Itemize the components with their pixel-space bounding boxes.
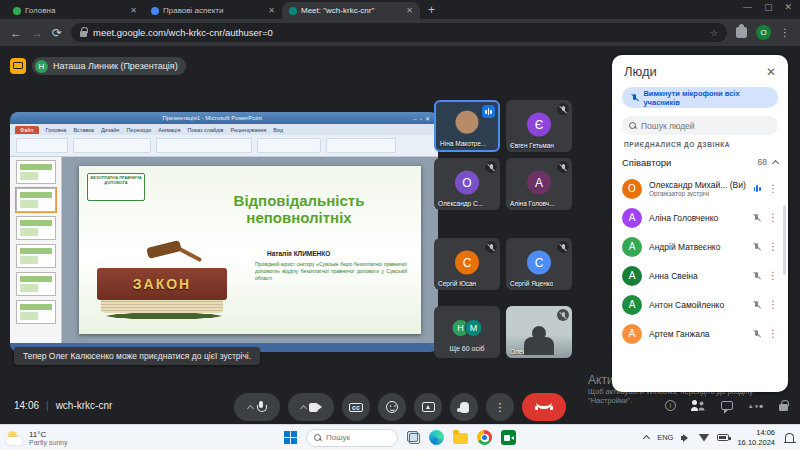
new-tab-button[interactable]: + [428, 3, 435, 17]
chevron-up-icon[interactable] [247, 404, 254, 411]
ppt-tab: Показ слайдів [187, 127, 223, 133]
slide-thumbnail [16, 216, 56, 240]
participant-row: А Антон Самойленко ⋮ [612, 290, 788, 319]
chevron-up-icon[interactable] [299, 404, 306, 411]
address-bar[interactable]: meet.google.com/wch-krkc-cnr/authuser=0 … [71, 23, 727, 42]
notifications-icon[interactable] [785, 433, 794, 442]
presenter-avatar: Н [35, 60, 48, 73]
participant-menu-icon[interactable]: ⋮ [768, 212, 778, 223]
close-icon[interactable]: ✕ [766, 65, 776, 79]
volume-icon[interactable] [681, 434, 690, 442]
browser-tab-legal[interactable]: Правові аспекти ✕ [144, 2, 282, 19]
more-participants-tile[interactable]: Н М Ще 60 осіб [434, 306, 500, 358]
close-button[interactable]: ✕ [784, 2, 792, 12]
minimize-button[interactable]: — [743, 2, 752, 12]
browser-tab-meet[interactable]: Meet: "wch-krkc-cnr" ✕ [282, 2, 420, 19]
forward-icon[interactable]: → [31, 27, 43, 39]
edge-browser-icon[interactable] [429, 430, 444, 445]
mute-all-button[interactable]: Вимкнути мікрофони всіх учасників [622, 87, 778, 108]
taskbar-search[interactable] [306, 429, 398, 447]
participant-menu-icon[interactable]: ⋮ [768, 328, 778, 339]
raise-hand-button[interactable] [450, 393, 478, 421]
chat-button[interactable] [721, 401, 733, 410]
video-tile-serhii-yusan[interactable]: С Сергій Юсан [434, 238, 500, 290]
battery-icon[interactable] [717, 434, 729, 441]
presentation-warning-icon [10, 58, 26, 74]
maximize-button[interactable]: ▢ [764, 2, 773, 12]
meet-app-icon[interactable] [501, 430, 516, 445]
video-tile-oleksandr-s[interactable]: О Олександр С... [434, 158, 500, 210]
ppt-ribbon [10, 135, 438, 157]
ppt-ribbon-group [326, 138, 396, 153]
video-tile-oleksandr-m[interactable]: Олександр М... [506, 306, 572, 358]
presenter-label: Наташа Линник (Презентація) [53, 61, 178, 71]
slide-author: Наталія КЛИМЕНКО [267, 250, 330, 257]
ppt-tab: Переходи [126, 127, 151, 133]
search-icon [314, 434, 321, 441]
back-icon[interactable]: ← [10, 27, 22, 39]
extensions-icon[interactable] [736, 27, 747, 38]
people-search[interactable] [622, 116, 778, 135]
search-input[interactable] [641, 121, 761, 131]
mic-off-icon [752, 329, 761, 338]
ppt-tab: Анімація [158, 127, 180, 133]
reactions-button[interactable] [378, 393, 406, 421]
profile-avatar[interactable]: О [756, 25, 771, 40]
host-controls-button[interactable] [779, 404, 788, 411]
reload-icon[interactable]: ⟳ [52, 27, 62, 39]
mic-off-icon [557, 309, 569, 321]
tab-favicon [151, 7, 159, 15]
participant-menu-icon[interactable]: ⋮ [768, 270, 778, 281]
ppt-slide-canvas: БЕЗОПЛАТНА ПРАВНИЧА ДОПОМОГА Відповідаль… [62, 157, 438, 343]
mic-off-icon [557, 103, 569, 115]
video-tile-yevhen[interactable]: Є Євген Гетьман [506, 100, 572, 152]
browser-menu-icon[interactable]: ⋮ [780, 27, 790, 38]
shared-screen-tile[interactable]: Презентація1 - Microsoft PowerPoint –▫✕ … [10, 112, 438, 352]
tab-close-icon[interactable]: ✕ [130, 6, 137, 15]
video-tile-alina[interactable]: А Аліна Головч... [506, 158, 572, 210]
file-explorer-icon[interactable] [453, 433, 468, 444]
panel-scrollbar[interactable] [783, 205, 786, 275]
meeting-details-button[interactable] [665, 400, 676, 411]
slide-thumbnail-selected [16, 188, 56, 212]
mic-off-icon [752, 300, 761, 309]
activities-button[interactable] [748, 403, 764, 409]
captions-button[interactable]: cc [342, 393, 370, 421]
mic-icon [256, 401, 266, 413]
taskbar-clock[interactable]: 14:06 16.10.2024 [737, 428, 775, 447]
presenter-chip[interactable]: Н Наташа Линник (Презентація) [10, 57, 186, 75]
people-button[interactable] [691, 400, 706, 411]
mic-off-icon [485, 241, 497, 253]
browser-tab-home[interactable]: Головна ✕ [6, 2, 144, 19]
slide-thumbnail [16, 244, 56, 268]
more-vert-icon: ⋮ [495, 401, 506, 414]
participant-row: А Артем Ганжала ⋮ [612, 319, 788, 348]
ppt-title-bar: Презентація1 - Microsoft PowerPoint –▫✕ [10, 112, 438, 124]
video-tile-serhii-yatsenko[interactable]: С Сергій Яценко [506, 238, 572, 290]
ppt-ribbon-group [156, 138, 252, 153]
chrome-browser-icon[interactable] [477, 430, 492, 445]
start-button[interactable] [284, 431, 297, 444]
camera-button[interactable] [288, 393, 334, 421]
search-icon [629, 122, 636, 129]
ppt-ribbon-group [257, 138, 321, 153]
participant-menu-icon[interactable]: ⋮ [768, 241, 778, 252]
participant-menu-icon[interactable]: ⋮ [768, 183, 778, 194]
language-indicator[interactable]: ENG [657, 433, 673, 442]
network-icon[interactable] [698, 434, 709, 442]
tab-close-icon[interactable]: ✕ [268, 6, 275, 15]
ppt-tab: Рецензування [230, 127, 266, 133]
bookmark-star-icon[interactable]: ☆ [710, 28, 718, 38]
end-call-button[interactable] [522, 393, 566, 421]
task-view-button[interactable] [407, 431, 420, 444]
more-options-button[interactable]: ⋮ [486, 393, 514, 421]
participant-menu-icon[interactable]: ⋮ [768, 299, 778, 310]
tray-chevron-icon[interactable] [643, 435, 650, 442]
video-tile-nina[interactable]: Ніна Макотре... [434, 100, 500, 152]
present-button[interactable] [414, 393, 442, 421]
section-label: ПРИЄДНАЛИСЯ ДО ДЗВІНКА [624, 141, 776, 148]
tab-close-icon[interactable]: ✕ [406, 6, 413, 15]
mic-button[interactable] [234, 393, 280, 421]
contributors-group-row[interactable]: Співавтори 68 [622, 152, 778, 172]
taskbar-search-input[interactable] [326, 433, 386, 442]
